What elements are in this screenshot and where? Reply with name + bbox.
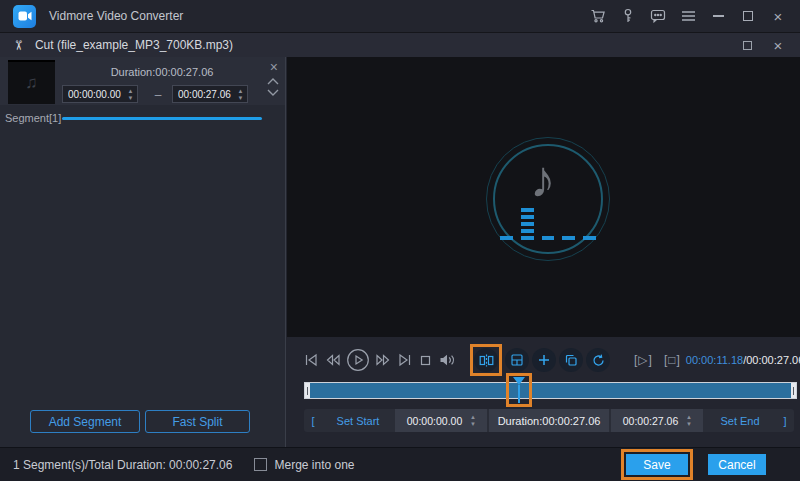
segment-summary: 1 Segment(s)/Total Duration: 00:00:27.06 <box>13 458 232 472</box>
move-segment-down-icon[interactable] <box>266 88 280 98</box>
stop-section-icon[interactable]: [□] <box>664 353 681 367</box>
skip-start-icon[interactable] <box>303 352 319 368</box>
store-cart-icon[interactable] <box>589 6 607 26</box>
segment-list-button[interactable] <box>505 348 529 372</box>
range-dash: – <box>148 88 168 102</box>
playhead-line <box>518 385 520 403</box>
transport-row: [▷] [□] 00:00:11.18/00:00:27.06 <box>303 344 792 376</box>
feedback-icon[interactable] <box>649 6 667 26</box>
segment-range-bar[interactable] <box>62 117 262 120</box>
trim-end-spinbox[interactable]: ▲ ▼ <box>611 409 703 432</box>
plus-icon <box>537 353 551 367</box>
set-end-button[interactable]: Set End <box>704 409 776 432</box>
segment-tools <box>470 344 610 376</box>
left-bracket: [ <box>304 409 322 432</box>
reset-button[interactable] <box>586 348 610 372</box>
spinner-up-icon[interactable]: ▲ <box>238 88 244 94</box>
merge-checkbox[interactable] <box>254 458 267 471</box>
merge-into-one-control[interactable]: Merge into one <box>254 458 354 472</box>
trim-end-handle[interactable] <box>791 383 796 398</box>
title-bar: Vidmore Video Converter <box>0 0 800 33</box>
scissors-icon: ✂ <box>11 40 26 51</box>
rewind-icon[interactable] <box>324 352 341 368</box>
spinner-down-icon[interactable]: ▼ <box>686 421 692 427</box>
controls-area: [▷] [□] 00:00:11.18/00:00:27.06 [ Set St… <box>287 337 800 447</box>
volume-icon[interactable] <box>438 352 456 368</box>
skip-end-icon[interactable] <box>397 352 413 368</box>
equalizer-icon <box>500 208 596 240</box>
playhead-marker[interactable] <box>506 373 532 407</box>
current-time: 00:00:11.18 <box>686 354 743 366</box>
spinner-down-icon[interactable]: ▼ <box>128 95 134 101</box>
close-icon: × <box>774 9 783 24</box>
app-logo-icon <box>13 5 36 28</box>
audio-placeholder: ♪ <box>486 137 610 261</box>
copy-icon <box>564 353 578 367</box>
trim-duration-label: Duration:00:00:27.06 <box>489 409 609 432</box>
play-section-icon[interactable]: [▷] <box>634 353 653 367</box>
grid-icon <box>510 353 524 367</box>
remove-segment-icon[interactable]: × <box>270 60 278 74</box>
app-title: Vidmore Video Converter <box>49 9 183 23</box>
cut-dialog-header: ✂ Cut (file_example_MP3_700KB.mp3) × <box>0 33 800 57</box>
vidmore-cut-window: Vidmore Video Converter <box>0 0 800 481</box>
music-note-icon: ♪ <box>530 149 556 209</box>
playhead-triangle-icon <box>513 377 525 385</box>
play-button[interactable] <box>346 348 370 372</box>
add-segment-button[interactable]: Add Segment <box>30 410 140 433</box>
minimize-icon <box>713 15 724 17</box>
split-icon <box>479 353 494 368</box>
segment-end-input[interactable] <box>173 89 234 100</box>
segment-end-spinbox[interactable]: ▲ ▼ <box>172 85 248 103</box>
segment-duration-label: Duration:00:00:27.06 <box>62 66 262 78</box>
segment-start-spinbox[interactable]: ▲ ▼ <box>62 85 138 103</box>
fast-split-button[interactable]: Fast Split <box>145 410 250 433</box>
reset-icon <box>591 353 606 368</box>
close-button[interactable]: × <box>769 6 787 26</box>
cancel-button[interactable]: Cancel <box>708 454 766 475</box>
add-segment-quick-button[interactable] <box>532 348 556 372</box>
trim-bar: [ Set Start ▲ ▼ Duration:00:00:27.06 ▲ ▼… <box>304 409 794 432</box>
trim-start-input[interactable] <box>403 415 467 427</box>
total-time: 00:00:27.06 <box>746 354 800 366</box>
spinner-up-icon[interactable]: ▲ <box>686 414 692 420</box>
spinner-up-icon[interactable]: ▲ <box>128 88 134 94</box>
segment-start-input[interactable] <box>63 89 124 100</box>
dialog-close-button[interactable]: × <box>769 35 787 55</box>
stop-icon[interactable] <box>418 353 433 368</box>
set-start-button[interactable]: Set Start <box>322 409 394 432</box>
dialog-maximize-button[interactable] <box>738 35 756 55</box>
trim-start-handle[interactable] <box>305 383 310 398</box>
maximize-icon <box>743 11 753 21</box>
register-key-icon[interactable] <box>619 6 637 26</box>
move-segment-up-icon[interactable] <box>266 76 280 86</box>
preview-area: ♪ <box>287 57 800 337</box>
menu-icon[interactable] <box>679 6 697 26</box>
segment-card[interactable]: ♫ Duration:00:00:27.06 ▲ ▼ – ▲ ▼ × <box>0 57 285 105</box>
cut-dialog-title: Cut (file_example_MP3_700KB.mp3) <box>35 38 233 52</box>
timeline-track[interactable] <box>304 382 797 399</box>
segment-thumbnail[interactable]: ♫ <box>8 60 55 104</box>
trim-start-spinbox[interactable]: ▲ ▼ <box>395 409 487 432</box>
minimize-button[interactable] <box>709 6 727 26</box>
trim-end-input[interactable] <box>619 415 683 427</box>
music-note-thumb-icon: ♫ <box>25 73 38 93</box>
segment-index-label: Segment[1] <box>5 112 61 124</box>
merge-label: Merge into one <box>274 458 354 472</box>
video-camera-icon <box>18 10 32 22</box>
fast-forward-icon[interactable] <box>375 352 392 368</box>
spinner-up-icon[interactable]: ▲ <box>470 414 476 420</box>
dialog-close-icon: × <box>774 38 783 53</box>
footer-bar: 1 Segment(s)/Total Duration: 00:00:27.06… <box>0 447 800 481</box>
save-highlight-box: Save <box>621 449 693 480</box>
copy-segment-button[interactable] <box>559 348 583 372</box>
dialog-maximize-icon <box>743 41 752 50</box>
maximize-button[interactable] <box>739 6 757 26</box>
split-button[interactable] <box>474 348 498 372</box>
spinner-down-icon[interactable]: ▼ <box>470 421 476 427</box>
save-button[interactable]: Save <box>626 454 688 475</box>
split-highlight-box <box>470 344 502 376</box>
time-display: 00:00:11.18/00:00:27.06 <box>686 354 800 366</box>
spinner-down-icon[interactable]: ▼ <box>238 95 244 101</box>
right-bracket: ] <box>776 409 794 432</box>
